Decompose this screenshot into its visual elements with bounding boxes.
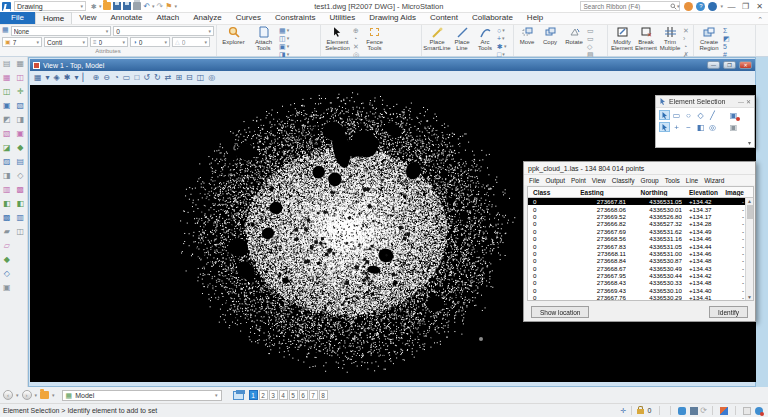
tool-icon[interactable]: ◫: [1, 87, 12, 97]
chevron-down-icon[interactable]: ▾: [287, 44, 290, 49]
tool-icon[interactable]: ◇: [15, 171, 26, 181]
chevron-down-icon[interactable]: ▾: [152, 4, 155, 9]
table-row[interactable]: 0 273667.76 4336530.29 +134.41 -: [528, 294, 753, 301]
tool-icon[interactable]: ◇: [1, 269, 12, 279]
ribbon-tab[interactable]: Collaborate: [465, 12, 520, 24]
tool-icon[interactable]: ◫: [15, 73, 26, 83]
menu-item[interactable]: File: [526, 177, 542, 184]
tool-icon[interactable]: ▦: [15, 59, 26, 69]
view-toggle-button[interactable]: 8: [319, 390, 328, 400]
tool-icon[interactable]: ✱: [497, 43, 503, 50]
tool-icon[interactable]: ▭: [587, 35, 594, 42]
ribbon-tab[interactable]: Content: [423, 12, 465, 24]
model-select[interactable]: ▦ Model ▾: [62, 390, 222, 401]
template-select[interactable]: None▾: [11, 26, 112, 36]
view-toggle-button[interactable]: 2: [259, 390, 268, 400]
identify-button[interactable]: Identify: [709, 306, 748, 318]
save-settings-icon[interactable]: [123, 2, 131, 10]
view-tool-icon[interactable]: ⊟: [186, 72, 193, 84]
tool-icon[interactable]: ▦: [279, 27, 286, 34]
ribbon-tab[interactable]: Help: [520, 12, 550, 24]
select-individual-icon[interactable]: [659, 110, 670, 120]
tool-icon[interactable]: ▣: [15, 129, 26, 139]
point-list-title-bar[interactable]: ppk_cloud_1.las - 134 804 014 points: [524, 162, 755, 175]
notification-bell-icon[interactable]: [684, 2, 693, 11]
transparency-select[interactable]: ◑0▾: [130, 37, 170, 47]
ribbon-tab[interactable]: Home: [35, 12, 72, 24]
vertical-scrollbar[interactable]: ▲ ▼: [745, 198, 753, 300]
menu-item[interactable]: Wizard: [701, 177, 727, 184]
menu-item[interactable]: Output: [542, 177, 568, 184]
view-tool-icon[interactable]: ▭: [123, 72, 131, 84]
ribbon-search[interactable]: ▾: [580, 1, 680, 11]
view-toggle-button[interactable]: 4: [279, 390, 288, 400]
design-history-icon[interactable]: [720, 407, 728, 415]
linestyle-select[interactable]: Conti▾: [44, 37, 88, 47]
ribbon-tab[interactable]: Drawing Aids: [362, 12, 423, 24]
table-row[interactable]: 0 273668.56 4336531.16 +134.46 -: [528, 235, 753, 242]
table-row[interactable]: 0 273666.82 4336527.32 +134.28 -: [528, 220, 753, 227]
tool-icon[interactable]: ▩: [15, 185, 26, 195]
move-button[interactable]: Move: [516, 26, 538, 45]
ribbon-tab[interactable]: Analyze: [186, 12, 228, 24]
explorer-button[interactable]: Explorer: [219, 26, 248, 45]
view-tool-icon[interactable]: ⇄: [165, 72, 172, 84]
tool-icon[interactable]: ▣: [1, 101, 12, 111]
clear-selection-icon[interactable]: ▣: [728, 110, 739, 120]
tool-icon[interactable]: ▱: [1, 241, 12, 251]
sync-icon[interactable]: ⟳: [700, 407, 707, 415]
select-shape-icon[interactable]: ◇: [695, 110, 706, 120]
table-row[interactable]: 0 273667.83 4336531.05 +134.44 -: [528, 242, 753, 249]
lock-icon[interactable]: [637, 409, 644, 414]
tool-icon[interactable]: ▰: [1, 227, 12, 237]
view-maximize-button[interactable]: ❐: [723, 61, 736, 69]
tool-icon[interactable]: ▣: [1, 283, 12, 293]
mode-subtract-icon[interactable]: −: [683, 122, 694, 132]
chevron-down-icon[interactable]: ▾: [35, 393, 38, 398]
view-tool-icon[interactable]: ◔: [114, 72, 119, 84]
tool-icon[interactable]: ◨: [1, 171, 12, 181]
view-tool-icon[interactable]: ⊕: [93, 72, 100, 84]
settings-icon[interactable]: ✱: [91, 3, 97, 10]
attach-tools-button[interactable]: Attach Tools: [249, 26, 278, 51]
ribbon-tab[interactable]: Attach: [149, 12, 186, 24]
tool-icon[interactable]: ◫: [15, 227, 26, 237]
tool-icon[interactable]: 5: [723, 43, 727, 50]
tool-icon[interactable]: ▨: [1, 157, 12, 167]
menu-item[interactable]: Point: [568, 177, 589, 184]
create-region-button[interactable]: Create Region: [696, 26, 722, 51]
place-line-button[interactable]: Place Line: [451, 26, 473, 51]
scroll-up-icon[interactable]: ▲: [747, 198, 752, 204]
tool-icon[interactable]: ◆: [1, 255, 12, 265]
scrollbar-thumb[interactable]: [747, 205, 753, 219]
view-tool-icon[interactable]: ↺: [143, 72, 150, 84]
tool-icon[interactable]: ◩: [723, 35, 730, 42]
tool-icon[interactable]: ✛: [15, 87, 26, 97]
lineweight-select[interactable]: ≡0▾: [90, 37, 128, 47]
tool-icon[interactable]: ○: [497, 27, 501, 34]
help-icon[interactable]: ?: [696, 2, 705, 11]
chevron-down-icon[interactable]: ▾: [99, 4, 102, 9]
view-tool-icon[interactable]: ◎: [208, 72, 215, 84]
view-tool-icon[interactable]: ▏: [82, 72, 88, 84]
redo-icon[interactable]: ↷: [157, 2, 164, 11]
view-tool-icon[interactable]: ⊞: [175, 72, 182, 84]
table-row[interactable]: 0 273668.43 4336530.33 +134.48 -: [528, 279, 753, 286]
element-selection-title-bar[interactable]: Element Selection — ✕: [656, 96, 754, 108]
minimize-button[interactable]: —: [726, 2, 737, 11]
tool-icon[interactable]: ▦: [1, 73, 12, 83]
view-tool-icon[interactable]: ▦: [34, 72, 42, 84]
tool-icon[interactable]: ◧: [15, 199, 26, 209]
tool-icon[interactable]: ◫: [279, 35, 286, 42]
view-tool-icon[interactable]: ◫: [197, 72, 205, 84]
user-account-icon[interactable]: [708, 2, 717, 11]
tool-icon[interactable]: ◧: [1, 199, 12, 209]
menu-item[interactable]: View: [589, 177, 609, 184]
mode-new-icon[interactable]: [659, 122, 670, 132]
column-header[interactable]: Northing: [626, 189, 682, 196]
table-row[interactable]: 0 273668.06 4336530.01 +134.37 -: [528, 205, 753, 212]
tool-icon[interactable]: ▧: [1, 129, 12, 139]
tool-icon[interactable]: Σ: [723, 27, 727, 34]
view-close-button[interactable]: ✕: [739, 61, 752, 69]
workflow-dropdown[interactable]: Drawing ▾: [14, 1, 86, 11]
